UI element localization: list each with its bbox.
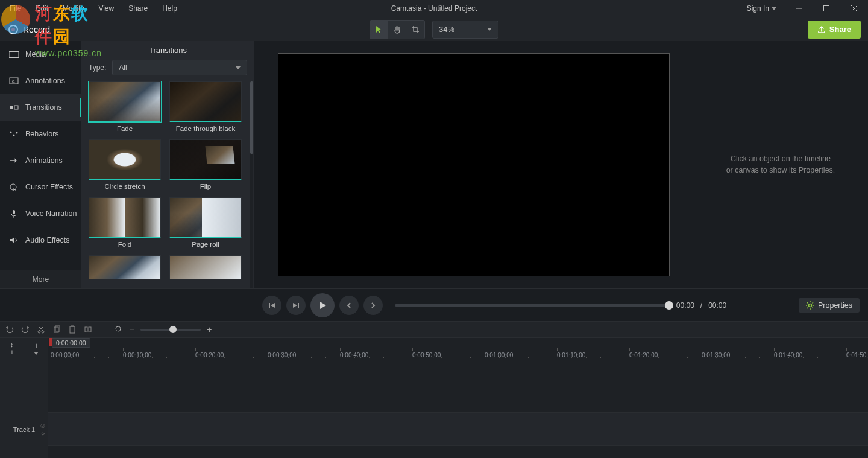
menu-view[interactable]: View	[91, 0, 121, 17]
menu-edit[interactable]: Edit	[28, 0, 55, 17]
cursor-effects-icon	[8, 183, 19, 191]
gear-icon	[806, 301, 814, 310]
tool-pan[interactable]	[388, 21, 406, 39]
transitions-type-dropdown[interactable]: All	[112, 60, 247, 75]
transitions-type-value: All	[119, 63, 127, 72]
properties-toggle-button[interactable]: Properties	[799, 298, 860, 313]
transition-label: Fade	[117, 125, 133, 132]
sidebar-item-cursor-effects[interactable]: Cursor Effects	[0, 174, 81, 200]
timeline-empty-area	[48, 446, 868, 458]
transitions-icon	[8, 104, 19, 111]
tool-select[interactable]	[370, 21, 388, 39]
transition-item-fade-through-black[interactable]: Fade through black	[169, 81, 242, 132]
slider-thumb[interactable]	[169, 326, 177, 333]
chevron-left-icon	[345, 301, 353, 310]
window-close-button[interactable]	[840, 0, 868, 17]
behaviors-icon	[8, 130, 19, 138]
crop-icon	[411, 25, 420, 34]
svg-point-28	[42, 331, 44, 333]
svg-line-26	[807, 307, 808, 308]
sidebar-item-transitions[interactable]: Transitions	[0, 94, 81, 121]
timeline-add-marker-button[interactable]: ↕+	[0, 338, 24, 358]
svg-rect-35	[85, 327, 87, 332]
timeline-zoom-out[interactable]: −	[129, 324, 134, 335]
scrollbar-thumb[interactable]	[250, 81, 253, 154]
slider-thumb[interactable]	[665, 301, 673, 310]
transition-item-fade[interactable]: Fade	[89, 81, 161, 132]
transition-item-circle-stretch[interactable]: Circle stretch	[89, 139, 161, 190]
tool-crop[interactable]	[406, 21, 424, 39]
timeline-tick: 0:00:50;00	[412, 348, 441, 358]
timeline-copy-button[interactable]	[49, 322, 64, 337]
timeline-zoom-slider[interactable]	[140, 329, 201, 331]
transition-item-partial[interactable]	[169, 255, 242, 279]
transition-item-flip[interactable]: Flip	[169, 139, 242, 190]
timeline-zoom-in[interactable]: +	[207, 325, 212, 334]
menu-file[interactable]: File	[2, 0, 28, 17]
svg-line-29	[39, 326, 43, 331]
sidebar-item-label: Media	[25, 50, 46, 59]
eye-icon[interactable]: ◎	[40, 422, 46, 428]
sidebar-item-behaviors[interactable]: Behaviors	[0, 121, 81, 147]
svg-point-11	[10, 132, 12, 133]
share-button[interactable]: Share	[808, 21, 861, 39]
timeline-track-header[interactable]: Track 1 ◎⭘	[0, 413, 48, 446]
playhead-time: 0:00:00;00	[52, 338, 90, 348]
svg-point-12	[13, 135, 15, 136]
sidebar-item-voice-narration[interactable]: Voice Narration	[0, 200, 81, 227]
menu-modify[interactable]: Modify	[55, 0, 91, 17]
sidebar-item-label: Cursor Effects	[25, 183, 73, 191]
timeline-empty-area[interactable]	[48, 358, 868, 413]
timeline-paste-button[interactable]	[65, 322, 80, 337]
window-maximize-button[interactable]	[813, 0, 840, 17]
sidebar-item-annotations[interactable]: a Annotations	[0, 68, 81, 94]
timeline-redo-button[interactable]	[18, 322, 33, 337]
playback-play-button[interactable]	[310, 293, 335, 317]
canvas-zoom-value: 34%	[439, 25, 454, 34]
timeline-tick: 0:01:30;00	[702, 348, 730, 358]
sidebar-item-label: Animations	[25, 156, 63, 165]
transition-item-fold[interactable]: Fold	[89, 197, 161, 248]
split-icon	[84, 325, 92, 334]
timeline-ruler[interactable]: 0:00:00;00 0:00:00;000:00:10;000:00:20;0…	[48, 338, 868, 358]
canvas-area	[254, 41, 693, 288]
transition-item-page-roll[interactable]: Page roll	[169, 197, 242, 248]
playback-next-frame-button[interactable]	[286, 296, 306, 315]
svg-rect-17	[298, 303, 299, 308]
transition-thumbnail	[169, 197, 242, 238]
sidebar-item-media[interactable]: Media	[0, 41, 81, 68]
transition-label: Fold	[118, 241, 131, 248]
canvas-zoom-dropdown[interactable]: 34%	[432, 21, 498, 39]
svg-rect-1	[824, 6, 829, 11]
timeline-cut-button[interactable]	[34, 322, 48, 337]
timeline-tick: 0:00:40;00	[340, 348, 368, 358]
chevron-down-icon	[236, 66, 241, 69]
transition-label: Flip	[200, 183, 212, 190]
sidebar-item-audio-effects[interactable]: Audio Effects	[0, 227, 81, 253]
transition-thumbnail	[169, 81, 242, 122]
playback-time-display: 00:00 / 00:00	[676, 301, 726, 310]
timeline-add-track-button[interactable]: +	[24, 338, 48, 358]
timeline-tick: 0:00:10;00	[123, 348, 151, 358]
canvas-surface[interactable]	[278, 53, 670, 276]
sign-in-button[interactable]: Sign In	[738, 4, 785, 13]
transition-item-partial[interactable]	[89, 255, 161, 279]
lock-icon[interactable]: ⭘	[40, 431, 46, 437]
playback-progress-slider[interactable]	[395, 304, 669, 307]
timeline-track-row[interactable]	[48, 413, 868, 446]
timeline-undo-button[interactable]	[2, 322, 17, 337]
transitions-scrollbar[interactable]	[250, 81, 253, 288]
sidebar-more-button[interactable]: More	[0, 270, 81, 288]
menu-share[interactable]: Share	[121, 0, 155, 17]
playback-next-clip-button[interactable]	[363, 296, 383, 315]
sidebar-item-animations[interactable]: Animations	[0, 147, 81, 174]
record-button[interactable]: Record	[0, 17, 81, 42]
svg-rect-36	[89, 327, 91, 332]
play-icon	[317, 300, 328, 311]
timeline-split-button[interactable]	[81, 322, 95, 337]
menu-help[interactable]: Help	[155, 0, 184, 17]
step-forward-icon	[292, 301, 300, 310]
playback-prev-clip-button[interactable]	[339, 296, 359, 315]
window-minimize-button[interactable]	[785, 0, 813, 17]
playback-prev-frame-button[interactable]	[262, 296, 281, 315]
